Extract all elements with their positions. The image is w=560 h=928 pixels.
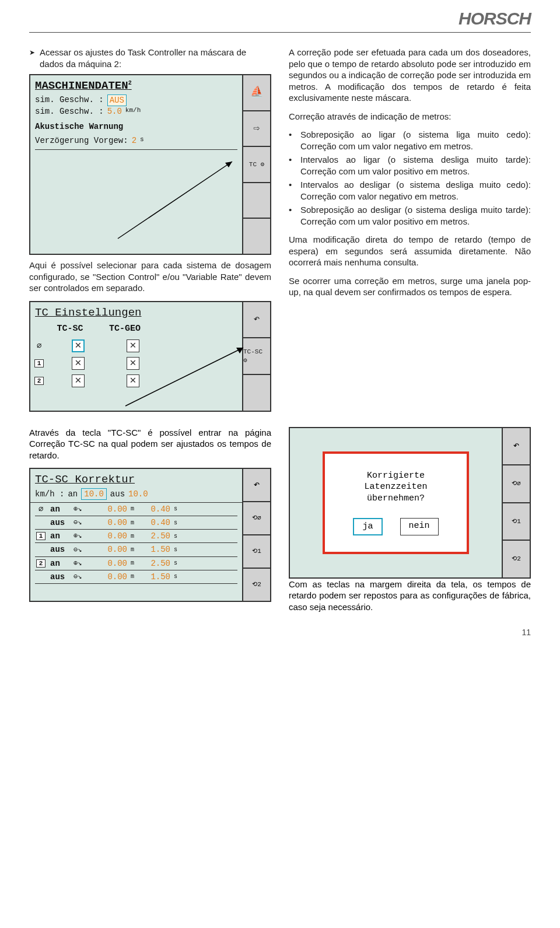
bullet-item: •Sobreposição ao ligar (o sistema liga m… — [289, 129, 531, 152]
md-title-sup: 2 — [128, 80, 132, 86]
tractor-icon: ⛵ — [250, 86, 263, 99]
kr-r3-ic: ⊖↘ — [74, 547, 91, 554]
kr-r1-s[interactable]: 0.40 — [142, 517, 170, 528]
kr-r0-ic: ⊕↘ — [74, 506, 91, 513]
unit-s: s — [174, 573, 181, 580]
tcsc-intro: Através da tecla "TC-SC" é possível entr… — [29, 427, 271, 461]
kr-an-value[interactable]: 10.0 — [81, 488, 107, 500]
tc-check-2-geo[interactable]: ✕ — [127, 374, 139, 387]
kr-kmh-label: km/h : — [35, 489, 64, 499]
kr-row: aus ⊖↘ 0.00m 0.40s — [35, 516, 237, 530]
left-column: ➤ Acessar os ajustes do Task Controller … — [29, 47, 271, 416]
tc-check-seed-geo[interactable]: ✕ — [127, 339, 139, 352]
tc-side-3[interactable] — [243, 375, 270, 411]
md-r3-value[interactable]: 2 — [132, 135, 136, 146]
unit-m: m — [131, 519, 139, 527]
tcsc-gear-icon: TC-SC ⚙ — [243, 348, 270, 365]
kr-side-reset-seed[interactable]: ⟲⌀ — [243, 502, 270, 535]
kr-r4-m[interactable]: 0.00 — [94, 558, 127, 569]
kr-r4-lab: an — [50, 558, 70, 569]
header-rule — [29, 32, 531, 33]
tc-row-1: 1 ✕ ✕ — [47, 357, 237, 370]
md-side-btn-5[interactable] — [243, 219, 270, 254]
popup-question: Korrigierte Latenzzeiten übernehmen? — [353, 470, 438, 505]
right-p4: Se ocorrer uma correção em metros, surge… — [289, 275, 531, 298]
kr-r0-m[interactable]: 0.00 — [94, 504, 127, 514]
popup-no-button[interactable]: nein — [400, 518, 439, 535]
tc-check-1-sc[interactable]: ✕ — [72, 357, 85, 370]
popup-panel: Korrigierte Latenzzeiten übernehmen? ja … — [289, 427, 531, 579]
kr-title: TC-SC Korrektur — [30, 469, 242, 488]
popup-side-reset-1[interactable]: ⟲1 — [503, 503, 530, 541]
unit-s: s — [174, 559, 181, 567]
kr-screen: TC-SC Korrektur km/h : an 10.0 aus 10.0 … — [30, 469, 243, 601]
tc-check-1-geo[interactable]: ✕ — [127, 357, 139, 370]
kr-side-reset-1[interactable]: ⟲1 — [243, 535, 270, 569]
reset-1-icon: ⟲1 — [252, 547, 261, 555]
popup-side-back[interactable]: ↶ — [503, 428, 530, 466]
md-r2-unit: km/h — [125, 106, 141, 117]
right-p2: Correção através de indicação de metros: — [289, 111, 531, 122]
kr-row: 2 an ⊕↘ 0.00m 2.50s — [35, 557, 237, 570]
back-icon: ↶ — [254, 313, 260, 326]
seed-icon — [38, 504, 43, 514]
kr-r5-m[interactable]: 0.00 — [94, 572, 127, 582]
md-r3-unit: s — [140, 135, 144, 146]
tc-check-seed-sc[interactable]: ✕ — [72, 339, 85, 352]
unit-m: m — [131, 505, 139, 513]
kr-row: aus ⊖↘ 0.00m 1.50s — [35, 570, 237, 584]
kr-r1-m[interactable]: 0.00 — [94, 517, 127, 528]
tc-check-2-sc[interactable]: ✕ — [72, 374, 85, 387]
kr-sidebar: ↶ ⟲⌀ ⟲1 ⟲2 — [243, 469, 270, 601]
kr-r1-lab: aus — [50, 517, 70, 528]
page-number: 11 — [29, 628, 531, 637]
unit-m: m — [131, 546, 139, 554]
bullet-text: Sobreposição ao ligar (o sistema liga mu… — [300, 129, 531, 152]
kr-r0-s[interactable]: 0.40 — [142, 504, 170, 514]
bullet-text: Intervalos ao ligar (o sistema desliga m… — [300, 154, 531, 177]
lower-right: Korrigierte Latenzzeiten übernehmen? ja … — [289, 427, 531, 620]
md-side-btn-2[interactable]: ⇨ — [243, 111, 270, 148]
popup-line1: Korrigierte — [353, 470, 438, 482]
kr-side-back[interactable]: ↶ — [243, 469, 270, 502]
popup-line2: Latenzzeiten — [353, 481, 438, 493]
unit-s: s — [174, 533, 181, 540]
kr-r5-s[interactable]: 1.50 — [142, 572, 170, 582]
kr-r5-ic: ⊖↘ — [74, 573, 91, 580]
unit-m: m — [131, 573, 139, 580]
kr-r3-lab: aus — [50, 544, 70, 555]
intro-text: Acessar os ajustes do Task Controller na… — [40, 47, 271, 69]
tc-col1-header: TC-SC — [47, 323, 93, 335]
kr-r4-s[interactable]: 2.50 — [142, 558, 170, 569]
popup-yes-button[interactable]: ja — [353, 518, 382, 535]
bullet-text: Intervalos ao desligar (o sistema deslig… — [300, 179, 531, 202]
md-r1-label: sim. Geschw. : — [35, 94, 104, 106]
kr-side-reset-2[interactable]: ⟲2 — [243, 569, 270, 601]
md-side-btn-tc[interactable]: TC ⚙ — [243, 147, 270, 183]
kr-aus-value[interactable]: 10.0 — [128, 489, 148, 499]
md-r2-value[interactable]: 5.0 — [107, 106, 122, 117]
tc-side-back[interactable]: ↶ — [243, 302, 270, 339]
kr-r3-s[interactable]: 1.50 — [142, 544, 170, 555]
popup-side-reset-seed[interactable]: ⟲⌀ — [503, 465, 530, 503]
kr-r4-ic: ⊕↘ — [74, 560, 91, 567]
kr-r2-m[interactable]: 0.00 — [94, 531, 127, 541]
maschinendaten-panel: MASCHINENDATEN2 sim. Geschw. : AUS sim. … — [29, 74, 271, 255]
md-r1-value[interactable]: AUS — [107, 94, 127, 106]
md-sidebar: ⛵ ⇨ TC ⚙ — [243, 75, 270, 254]
kr-r2-s[interactable]: 2.50 — [142, 531, 170, 541]
md-side-btn-1[interactable]: ⛵ — [243, 75, 270, 111]
md-side-btn-4[interactable] — [243, 183, 270, 219]
kr-row: 1 an ⊕↘ 0.00m 2.50s — [35, 530, 237, 543]
brand-logo: HORSCH — [459, 9, 531, 29]
md-section: Akustische Warnung — [30, 117, 242, 135]
back-icon: ↶ — [254, 478, 260, 492]
right-column: A correção pode ser efetuada para cada u… — [289, 47, 531, 416]
popup-side-reset-2[interactable]: ⟲2 — [503, 541, 530, 577]
tank1-icon: 1 — [34, 359, 44, 367]
tc-side-tcsc[interactable]: TC-SC ⚙ — [243, 338, 270, 375]
reset-2-icon: ⟲2 — [252, 580, 261, 589]
arrow-right-icon: ⇨ — [254, 122, 260, 135]
bullet-item: •Sobreposição ao desligar (o sistema des… — [289, 204, 531, 227]
kr-r3-m[interactable]: 0.00 — [94, 544, 127, 555]
